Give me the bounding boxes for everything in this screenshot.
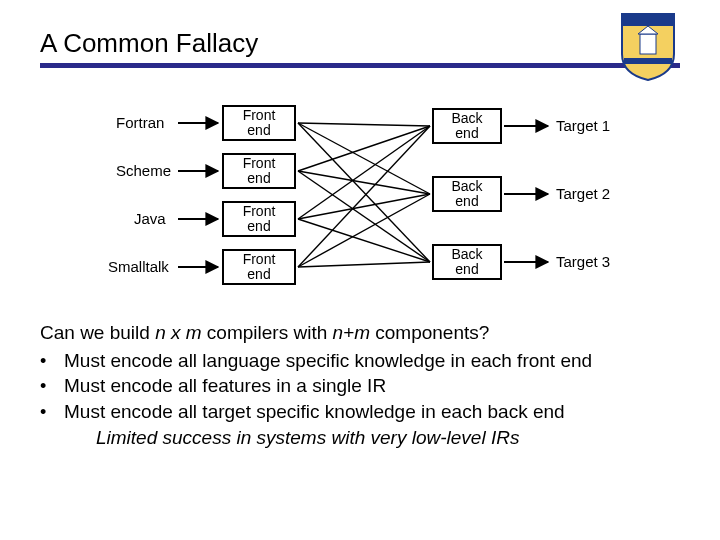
bullet-3: • Must encode all target specific knowle… — [40, 399, 680, 425]
q-em2: n+m — [333, 322, 371, 343]
svg-line-15 — [298, 126, 430, 267]
q-part1: Can we build — [40, 322, 155, 343]
slide-title: A Common Fallacy — [40, 28, 680, 63]
front-end-box-3: Frontend — [222, 201, 296, 237]
q-part2: compilers with — [202, 322, 333, 343]
svg-rect-1 — [624, 58, 672, 64]
lang-label-java: Java — [134, 210, 166, 227]
svg-line-10 — [298, 171, 430, 194]
svg-line-9 — [298, 126, 430, 171]
target-label-2: Target 2 — [556, 185, 610, 202]
q-part3: components? — [370, 322, 489, 343]
university-crest-icon — [618, 8, 678, 82]
q-em1: n x m — [155, 322, 201, 343]
back-end-box-2: Backend — [432, 176, 502, 212]
bullet-1: • Must encode all language specific know… — [40, 348, 680, 374]
front-end-box-4: Frontend — [222, 249, 296, 285]
target-label-1: Target 1 — [556, 117, 610, 134]
tail-line: Limited success in systems with very low… — [96, 425, 680, 451]
body-text: Can we build n x m compilers with n+m co… — [40, 320, 680, 450]
svg-rect-0 — [640, 34, 656, 54]
back-end-box-3: Backend — [432, 244, 502, 280]
bullet-2-text: Must encode all features in a single IR — [64, 373, 680, 399]
bullet-3-text: Must encode all target specific knowledg… — [64, 399, 680, 425]
bullet-2: • Must encode all features in a single I… — [40, 373, 680, 399]
lang-label-smalltalk: Smalltalk — [108, 258, 169, 275]
front-end-box-1: Frontend — [222, 105, 296, 141]
title-underline — [40, 63, 680, 68]
svg-line-6 — [298, 123, 430, 126]
front-end-box-2: Frontend — [222, 153, 296, 189]
bullet-icon: • — [40, 348, 64, 374]
compiler-diagram: Fortran Scheme Java Smalltalk Frontend F… — [0, 90, 720, 300]
svg-line-17 — [298, 262, 430, 267]
bullet-icon: • — [40, 373, 64, 399]
lang-label-fortran: Fortran — [116, 114, 164, 131]
lang-label-scheme: Scheme — [116, 162, 171, 179]
svg-line-13 — [298, 194, 430, 219]
svg-line-11 — [298, 171, 430, 262]
back-end-box-1: Backend — [432, 108, 502, 144]
target-label-3: Target 3 — [556, 253, 610, 270]
bullet-icon: • — [40, 399, 64, 425]
bullet-1-text: Must encode all language specific knowle… — [64, 348, 680, 374]
svg-line-7 — [298, 123, 430, 194]
question-line: Can we build n x m compilers with n+m co… — [40, 320, 680, 346]
